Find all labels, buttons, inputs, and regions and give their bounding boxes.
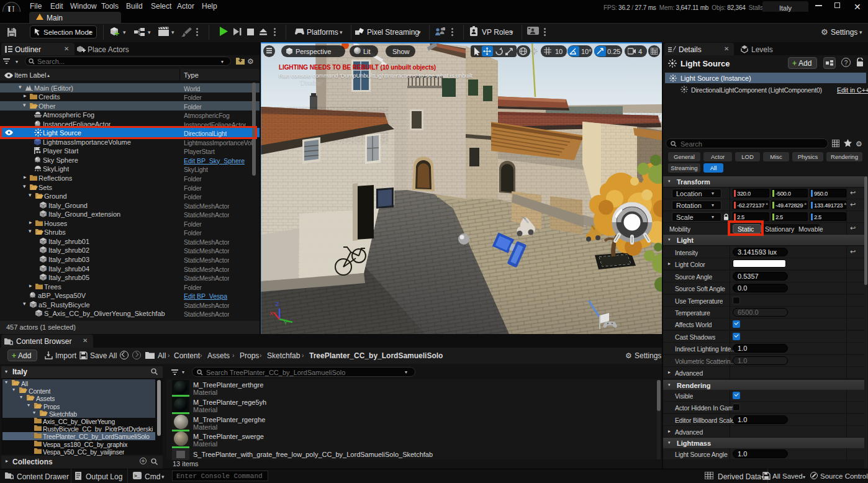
svg-text:Y: Y <box>284 320 287 326</box>
svg-text:X: X <box>269 310 273 317</box>
svg-text:Z: Z <box>276 301 279 307</box>
